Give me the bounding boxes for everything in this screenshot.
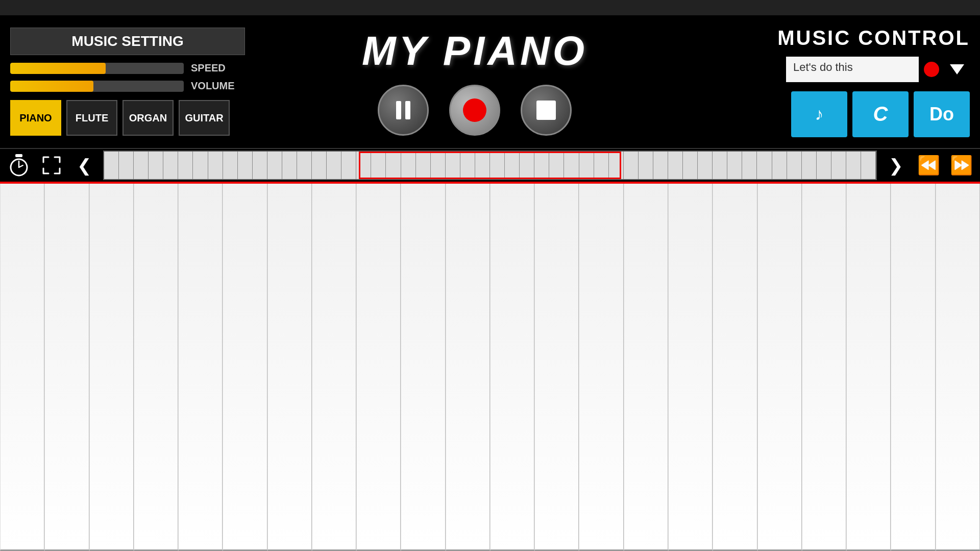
white-key-21[interactable]: [936, 184, 980, 551]
volume-slider-track[interactable]: [10, 81, 184, 92]
pause-button[interactable]: [378, 85, 429, 136]
instrument-btn-guitar[interactable]: GUITAR: [179, 100, 230, 136]
white-key-10[interactable]: [446, 184, 490, 551]
music-setting-label: MUSIC SETTING: [10, 28, 245, 55]
do-note-button[interactable]: Do: [914, 91, 970, 137]
svg-rect-0: [15, 154, 22, 157]
white-key-0[interactable]: [0, 184, 44, 551]
white-key-6[interactable]: [267, 184, 312, 551]
rewind-button[interactable]: ⏪: [915, 152, 942, 179]
do-note-label: Do: [929, 104, 954, 125]
white-key-12[interactable]: [534, 184, 579, 551]
music-note-icon: ♪: [815, 104, 824, 124]
white-key-15[interactable]: [668, 184, 713, 551]
instrument-btn-organ[interactable]: ORGAN: [122, 100, 174, 136]
white-key-2[interactable]: [89, 184, 134, 551]
top-bar: [0, 0, 980, 15]
header: MUSIC SETTING SPEED VOLUME PIANO FLUTE O…: [0, 15, 980, 148]
stop-square: [536, 101, 556, 120]
record-dot: [463, 98, 486, 122]
chevron-down-button[interactable]: [944, 57, 970, 82]
pause-icon: [396, 101, 410, 119]
speed-slider-row: SPEED: [10, 62, 245, 74]
white-key-20[interactable]: [891, 184, 935, 551]
volume-label: VOLUME: [191, 80, 237, 92]
white-key-19[interactable]: [846, 184, 891, 551]
music-control-row: Let's do this: [704, 57, 970, 82]
volume-slider-row: VOLUME: [10, 80, 245, 92]
record-button[interactable]: [449, 85, 500, 136]
instrument-buttons: PIANO FLUTE ORGAN GUITAR: [10, 100, 245, 136]
instrument-btn-piano[interactable]: PIANO: [10, 100, 61, 136]
white-key-13[interactable]: [579, 184, 623, 551]
white-key-4[interactable]: [178, 184, 223, 551]
next-key-button[interactable]: ❯: [882, 152, 910, 179]
white-key-7[interactable]: [312, 184, 356, 551]
white-key-3[interactable]: [134, 184, 178, 551]
music-control-label: MUSIC CONTROL: [777, 27, 970, 49]
chevron-down-icon: [950, 64, 964, 74]
right-panel: MUSIC CONTROL Let's do this ♪ C Do: [704, 27, 970, 137]
white-key-11[interactable]: [490, 184, 534, 551]
white-key-14[interactable]: [624, 184, 668, 551]
white-key-5[interactable]: [223, 184, 267, 551]
piano-area: [0, 184, 980, 551]
speed-slider-track[interactable]: [10, 63, 184, 74]
white-key-17[interactable]: [757, 184, 802, 551]
fast-forward-button[interactable]: ⏩: [947, 152, 975, 179]
pause-bar-left: [396, 101, 401, 119]
left-panel: MUSIC SETTING SPEED VOLUME PIANO FLUTE O…: [10, 28, 245, 136]
nav-bar: ❮ ❯ ⏪ ⏩: [0, 148, 980, 184]
speed-label: SPEED: [191, 62, 237, 74]
record-indicator: [924, 62, 939, 77]
action-buttons: ♪ C Do: [791, 91, 970, 137]
expand-icon: [41, 155, 62, 176]
white-key-8[interactable]: [356, 184, 401, 551]
timer-icon: [9, 154, 29, 177]
app-title: MY PIANO: [362, 28, 587, 74]
c-note-label: C: [873, 103, 888, 126]
expand-button[interactable]: [38, 152, 65, 179]
volume-slider-fill: [10, 81, 93, 92]
timer-button[interactable]: [5, 152, 33, 179]
music-note-button[interactable]: ♪: [791, 91, 847, 137]
prev-key-button[interactable]: ❮: [70, 152, 98, 179]
instrument-btn-flute[interactable]: FLUTE: [66, 100, 117, 136]
white-key-1[interactable]: [44, 184, 89, 551]
speed-slider-fill: [10, 63, 106, 74]
white-key-16[interactable]: [713, 184, 757, 551]
playback-controls: [378, 85, 572, 136]
white-key-18[interactable]: [802, 184, 846, 551]
song-selector[interactable]: Let's do this: [786, 57, 919, 82]
c-note-button[interactable]: C: [852, 91, 909, 137]
mini-keyboard[interactable]: [103, 151, 877, 180]
white-key-9[interactable]: [401, 184, 445, 551]
center-panel: MY PIANO: [245, 28, 704, 136]
pause-bar-right: [405, 101, 410, 119]
stop-button[interactable]: [521, 85, 572, 136]
